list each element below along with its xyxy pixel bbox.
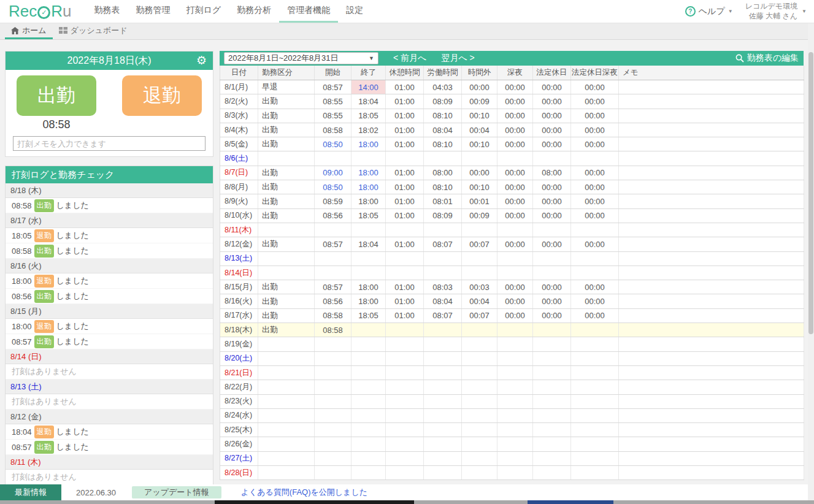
cell-memo xyxy=(619,180,804,194)
cell-legal-holiday xyxy=(533,351,571,365)
cell-memo xyxy=(619,380,804,394)
log-entry-suffix: しました xyxy=(56,291,89,302)
cell-end xyxy=(351,380,386,394)
cell-memo xyxy=(619,265,804,280)
cell-legal-holiday-night xyxy=(571,351,619,365)
bottom-edge-strip xyxy=(0,500,814,504)
log-entry: 18:00退勤しました xyxy=(6,319,213,334)
cell-start xyxy=(315,466,351,480)
table-row: 8/6(土) xyxy=(220,151,804,166)
cell-night xyxy=(497,365,533,380)
recoru-logo[interactable]: Rec✓Ru xyxy=(9,2,72,21)
user-menu[interactable]: レコルデモ環境 佐藤 大輔 さん ▼ xyxy=(745,2,807,21)
table-row: 8/3(水)出勤08:5518:0501:0008:1000:1000:0000… xyxy=(220,109,804,123)
cell-start: 08:59 xyxy=(315,194,351,208)
cell-date: 8/2(火) xyxy=(220,94,258,109)
log-date-header: 8/17 (水) xyxy=(6,213,213,228)
cell-night: 00:00 xyxy=(497,94,533,109)
clock-in-button[interactable]: 出勤 xyxy=(17,75,96,116)
cell-work: 08:07 xyxy=(424,237,462,251)
punch-type-badge: 出勤 xyxy=(34,290,54,303)
news-date: 2022.06.30 xyxy=(76,488,116,497)
log-empty-entry: 打刻はありません xyxy=(6,470,213,484)
cell-legal-holiday-night: 00:00 xyxy=(571,194,619,208)
cell-memo xyxy=(619,451,804,465)
column-header: 深夜 xyxy=(497,66,533,80)
prev-month-link[interactable]: < 前月へ xyxy=(393,53,426,64)
tab-home-label: ホーム xyxy=(22,25,47,36)
cell-date: 8/16(火) xyxy=(220,294,258,308)
log-entry-time: 08:57 xyxy=(12,443,32,452)
table-row: 8/5(金)出勤08:5018:0001:0008:1000:1000:0000… xyxy=(220,137,804,151)
punch-type-badge: 出勤 xyxy=(34,441,54,454)
log-entry-time: 08:56 xyxy=(12,292,32,301)
cell-night xyxy=(497,466,533,480)
nav-item-5[interactable]: 管理者機能 xyxy=(279,0,338,23)
punch-type-badge: 退勤 xyxy=(34,426,54,438)
cell-end: 18:00 xyxy=(351,166,386,180)
news-link[interactable]: よくある質問(FAQ)を公開しました xyxy=(241,487,367,498)
cell-legal-holiday-night: 00:00 xyxy=(571,80,619,94)
cell-worktype: 出勤 xyxy=(258,308,315,323)
cell-legal-holiday xyxy=(533,251,571,265)
cell-start: 08:57 xyxy=(315,280,351,294)
cell-legal-holiday-night xyxy=(571,323,619,337)
nav-item-3[interactable]: 打刻ログ xyxy=(179,0,229,23)
cell-end xyxy=(351,251,386,265)
cell-start xyxy=(315,337,351,351)
cell-work xyxy=(424,323,462,337)
cell-worktype xyxy=(258,337,315,351)
log-empty-entry: 打刻はありません xyxy=(6,394,213,410)
edit-timesheet-button[interactable]: 勤務表の編集 xyxy=(735,53,799,64)
cell-legal-holiday-night xyxy=(571,151,619,166)
clock-out-button[interactable]: 退勤 xyxy=(122,75,202,116)
punch-type-badge: 出勤 xyxy=(34,199,54,212)
chevron-down-icon: ▼ xyxy=(369,55,374,61)
cell-break: 01:00 xyxy=(386,137,424,151)
cell-worktype xyxy=(258,365,315,380)
bottom-strip-navy xyxy=(528,500,613,504)
nav-item-2[interactable]: 勤務管理 xyxy=(128,0,179,23)
bottom-strip-dark xyxy=(215,500,414,504)
cell-break xyxy=(386,437,424,451)
cell-memo xyxy=(619,394,804,408)
cell-legal-holiday xyxy=(533,337,571,351)
cell-date: 8/27(土) xyxy=(220,451,258,465)
table-row: 8/26(金) xyxy=(220,437,804,451)
period-select[interactable]: 2022年8月1日~2022年8月31日 ▼ xyxy=(224,52,378,64)
cell-legal-holiday xyxy=(533,408,571,422)
log-date-header: 8/15 (月) xyxy=(6,304,213,319)
cell-date: 8/5(金) xyxy=(220,137,258,151)
cell-work xyxy=(424,223,462,237)
punch-memo-input[interactable] xyxy=(13,136,205,151)
log-date-header: 8/16 (火) xyxy=(6,259,213,273)
cell-break xyxy=(386,408,424,422)
cell-end xyxy=(351,323,386,337)
cell-end: 18:05 xyxy=(351,308,386,323)
punch-buttons: 出勤 退勤 xyxy=(6,70,213,116)
cell-night: 00:00 xyxy=(497,237,533,251)
tab-home[interactable]: ホーム xyxy=(5,23,53,39)
nav-item-6[interactable]: 設定 xyxy=(338,0,371,23)
cell-break: 01:00 xyxy=(386,109,424,123)
cell-legal-holiday-night: 00:00 xyxy=(571,294,619,308)
cell-work: 04:03 xyxy=(424,80,462,94)
cell-overtime: 00:10 xyxy=(462,180,497,194)
punch-type-badge: 退勤 xyxy=(34,275,54,288)
user-name: 佐藤 大輔 さん xyxy=(745,12,797,21)
table-row: 8/1(月)早退08:5714:0001:0004:0300:0000:0000… xyxy=(220,80,804,94)
table-row: 8/17(水)出勤08:5818:0501:0008:0700:0700:000… xyxy=(220,308,804,323)
cell-night: 00:00 xyxy=(497,194,533,208)
tab-dashboard[interactable]: ダッシュボード xyxy=(53,23,134,39)
nav-item-1[interactable]: 勤務表 xyxy=(86,0,128,23)
cell-start xyxy=(315,265,351,280)
next-month-link[interactable]: 翌月へ > xyxy=(441,53,474,64)
cell-date: 8/28(日) xyxy=(220,466,258,480)
gear-icon[interactable]: ⚙ xyxy=(196,53,207,68)
scrollbar-thumb[interactable] xyxy=(808,52,813,334)
update-info-button[interactable]: アップデート情報 xyxy=(132,486,221,498)
cell-end xyxy=(351,365,386,380)
help-menu[interactable]: ? ヘルプ ▼ xyxy=(685,6,733,17)
nav-item-4[interactable]: 勤務分析 xyxy=(229,0,279,23)
cell-worktype xyxy=(258,466,315,480)
